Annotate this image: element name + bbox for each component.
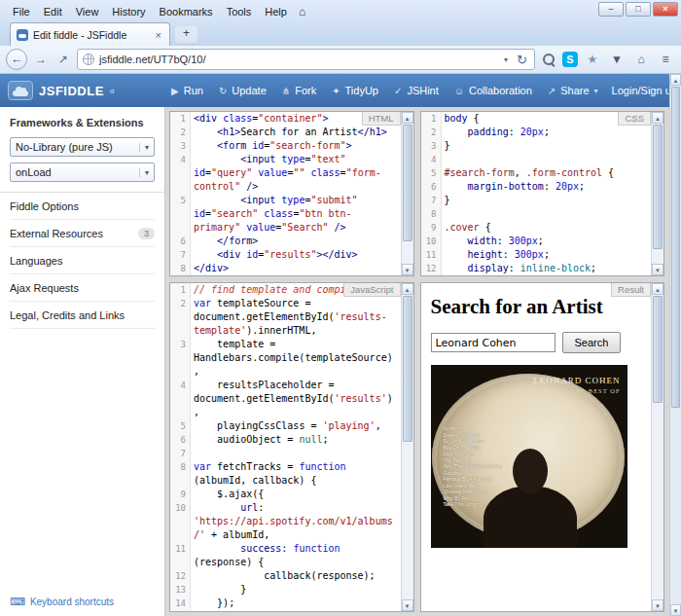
reload-icon[interactable]: ↻ — [515, 53, 529, 67]
check-icon: ✓ — [394, 86, 402, 96]
chevron-down-icon: ▾ — [139, 143, 149, 152]
library-select[interactable]: No-Library (pure JS) ▾ — [10, 137, 155, 157]
jsfiddle-logo[interactable]: JSFIDDLE α — [8, 81, 163, 100]
menu-edit[interactable]: Edit — [37, 5, 69, 18]
collaboration-label: Collaboration — [469, 85, 532, 96]
artist-query-input[interactable] — [431, 333, 556, 352]
close-window-button[interactable]: × — [653, 2, 678, 17]
menu-tools[interactable]: Tools — [220, 5, 259, 18]
run-button[interactable]: ▶ Run — [163, 80, 211, 101]
css-code-editor[interactable]: 1body {2 padding: 20px;3}45#search-form,… — [421, 112, 652, 275]
scroll-down-icon[interactable]: ▼ — [402, 264, 413, 275]
scroll-down-icon[interactable]: ▼ — [670, 604, 681, 616]
sidebar-item-languages[interactable]: Languages — [10, 247, 155, 274]
url-text[interactable]: jsfiddle.net/UT7bQ/10/ — [99, 54, 497, 65]
menu-bookmarks[interactable]: Bookmarks — [153, 5, 220, 18]
jshint-button[interactable]: ✓ JSHint — [386, 80, 447, 101]
result-frame: Search for an Artist Search LEONARD COHE… — [421, 283, 652, 611]
scrollbar-thumb[interactable] — [403, 125, 412, 241]
album-title-text: THE BEST OF — [571, 387, 621, 394]
url-dropdown-icon[interactable]: ▾ — [502, 55, 510, 64]
new-tab-button[interactable]: + — [175, 26, 197, 43]
html-panel-scrollbar[interactable]: ▲ ▼ — [401, 112, 413, 275]
scroll-down-icon[interactable]: ▼ — [652, 264, 663, 275]
jshint-label: JSHint — [407, 85, 438, 96]
minimize-button[interactable]: – — [598, 2, 624, 17]
scrollbar-thumb[interactable] — [403, 296, 412, 442]
tab-bar: Edit fiddle - JSFiddle × + — [0, 20, 681, 46]
scroll-up-icon[interactable]: ▲ — [402, 112, 413, 124]
share-label: Share — [560, 85, 589, 96]
share-button[interactable]: ↗ Share ▾ — [540, 80, 606, 101]
menu-history[interactable]: History — [105, 5, 152, 18]
section-label: Ajax Requests — [10, 282, 79, 294]
fork-button[interactable]: ⋔ Fork — [274, 80, 324, 101]
share-icon[interactable]: ↗ — [54, 53, 72, 66]
sidebar-item-external-resources[interactable]: External Resources 3 — [10, 220, 155, 247]
section-label: Fiddle Options — [10, 200, 79, 212]
menu-view[interactable]: View — [69, 5, 106, 18]
menu-file[interactable]: File — [6, 5, 37, 18]
main-content: Frameworks & Extensions No-Library (pure… — [0, 107, 669, 616]
sidebar-item-fiddle-options[interactable]: Fiddle Options — [10, 193, 155, 220]
run-label: Run — [184, 85, 203, 96]
share-arrow-icon: ↗ — [548, 86, 556, 96]
menu-hamburger-icon[interactable]: ≡ — [656, 53, 675, 66]
tidyup-label: TidyUp — [345, 85, 378, 96]
result-panel: Search for an Artist Search LEONARD COHE… — [420, 282, 665, 612]
onload-select[interactable]: onLoad ▾ — [10, 163, 155, 182]
skype-icon[interactable]: S — [562, 52, 578, 67]
scrollbar-thumb[interactable] — [653, 296, 663, 403]
onload-select-value: onLoad — [16, 166, 52, 178]
album-figure-head — [513, 449, 548, 493]
update-button[interactable]: ↻ Update — [211, 80, 274, 101]
menu-help[interactable]: Help — [258, 5, 294, 18]
tidyup-icon: ✦ — [332, 86, 340, 96]
scroll-up-icon[interactable]: ▲ — [652, 112, 663, 124]
sidebar-item-ajax-requests[interactable]: Ajax Requests — [10, 274, 155, 302]
home-toolbar-icon[interactable]: ⌂ — [631, 53, 651, 66]
collaboration-button[interactable]: ☺ Collaboration — [447, 80, 540, 101]
people-icon: ☺ — [454, 86, 464, 96]
scrollbar-thumb[interactable] — [653, 125, 663, 249]
section-label: Legal, Credits and Links — [10, 309, 125, 321]
scroll-up-icon[interactable]: ▲ — [652, 283, 663, 295]
search-icon[interactable] — [540, 51, 557, 68]
downloads-icon[interactable]: ▼ — [607, 53, 627, 66]
scroll-up-icon[interactable]: ▲ — [670, 74, 681, 86]
javascript-code-editor[interactable]: 1// find template and compile it2var tem… — [170, 283, 401, 611]
result-heading: Search for an Artist — [431, 295, 642, 318]
scroll-down-icon[interactable]: ▼ — [402, 599, 413, 611]
browser-tab[interactable]: Edit fiddle - JSFiddle × — [10, 22, 170, 46]
update-label: Update — [232, 85, 266, 96]
home-icon[interactable]: ⌂ — [294, 5, 310, 18]
jsfiddle-favicon — [17, 29, 28, 41]
album-cover-image: LEONARD COHEN THE BEST OF SuzanneSisters… — [431, 365, 627, 548]
url-bar[interactable]: jsfiddle.net/UT7bQ/10/ ▾ ↻ — [77, 49, 535, 70]
forward-button[interactable]: → — [32, 53, 50, 66]
keyboard-shortcuts-link[interactable]: ⌨ Keyboard shortcuts — [10, 596, 114, 608]
result-search-button[interactable]: Search — [562, 332, 622, 353]
section-label: Languages — [10, 255, 62, 267]
result-panel-label: Result — [611, 283, 651, 297]
scroll-down-icon[interactable]: ▼ — [652, 599, 663, 611]
keyboard-shortcuts-label: Keyboard shortcuts — [30, 597, 114, 607]
tidyup-button[interactable]: ✦ TidyUp — [324, 80, 386, 101]
html-panel-label: HTML — [362, 112, 401, 126]
sidebar-item-legal-credits[interactable]: Legal, Credits and Links — [10, 302, 155, 329]
scrollbar-thumb[interactable] — [671, 87, 680, 408]
back-button[interactable]: ← — [6, 49, 27, 70]
tab-close-icon[interactable]: × — [154, 29, 163, 41]
maximize-button[interactable]: □ — [626, 2, 651, 17]
logo-text: JSFIDDLE — [39, 84, 104, 98]
result-panel-scrollbar[interactable]: ▲ ▼ — [651, 283, 663, 611]
css-panel-scrollbar[interactable]: ▲ ▼ — [651, 112, 663, 275]
bookmark-star-icon[interactable]: ★ — [583, 53, 602, 66]
scroll-up-icon[interactable]: ▲ — [402, 283, 413, 295]
page-scrollbar[interactable]: ▲ ▼ — [669, 74, 681, 616]
javascript-panel-scrollbar[interactable]: ▲ ▼ — [401, 283, 413, 611]
fork-label: Fork — [295, 85, 316, 96]
html-code-editor[interactable]: 1<div class="container">2 <h1>Search for… — [170, 112, 401, 275]
html-panel: 1<div class="container">2 <h1>Search for… — [169, 111, 414, 276]
album-track-list: SuzanneSisters Of MercySo Long, Marianne… — [444, 425, 504, 508]
